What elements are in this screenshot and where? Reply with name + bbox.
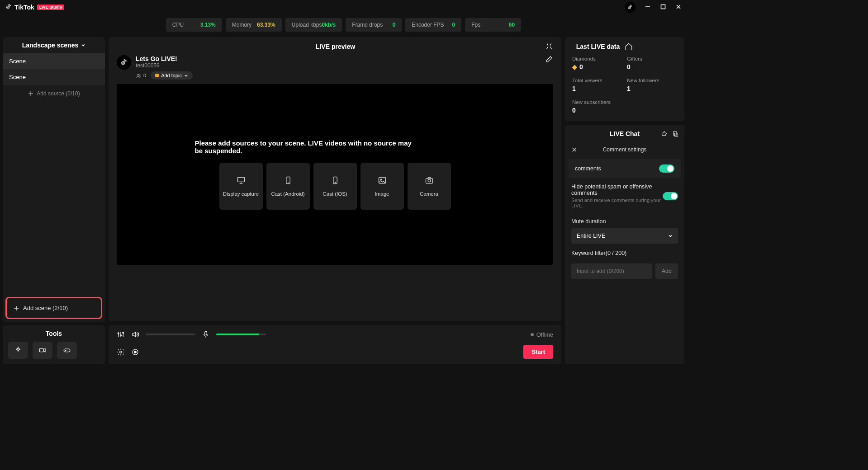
svg-point-32 <box>120 351 122 353</box>
controls-panel: Offline Start <box>109 325 561 364</box>
settings-button[interactable] <box>117 348 125 356</box>
svg-point-22 <box>380 179 382 180</box>
close-icon[interactable]: ✕ <box>571 146 577 154</box>
mic-slider[interactable] <box>216 334 266 335</box>
svg-rect-8 <box>39 348 43 352</box>
center-column: LIVE preview Lets Go LIVE! test00059 0 <box>109 37 561 364</box>
phone-icon <box>284 176 293 185</box>
close-button[interactable] <box>675 4 682 11</box>
mic-button[interactable] <box>202 330 210 338</box>
scenes-dropdown[interactable]: Landscape scenes <box>3 37 105 53</box>
live-studio-badge: LIVE Studio <box>37 5 65 10</box>
minimize-button[interactable] <box>645 4 651 11</box>
chat-panel: LIVE Chat ✕ Comment settings comments Hi… <box>565 125 684 364</box>
add-topic-button[interactable]: Add topic <box>151 71 193 80</box>
spam-toggle[interactable] <box>663 192 678 200</box>
monitor-icon <box>237 176 246 185</box>
svg-rect-31 <box>205 331 207 335</box>
status-indicator: Offline <box>531 331 553 338</box>
stat-fps: Fps60 <box>465 18 521 32</box>
stream-username: test00059 <box>136 62 541 69</box>
add-source-button[interactable]: Add source (0/10) <box>3 85 105 102</box>
svg-point-24 <box>428 179 431 182</box>
tools-panel: Tools <box>3 325 105 364</box>
stat-encoderfps: Encoder FPS0 <box>405 18 461 32</box>
caret-down-icon <box>668 234 673 238</box>
home-icon[interactable] <box>625 42 678 51</box>
toggle-comments-row: comments <box>569 159 681 178</box>
titlebar: TikTok LIVE Studio <box>0 0 687 14</box>
diamond-icon: ◆ <box>572 63 577 70</box>
profile-avatar[interactable] <box>625 2 636 13</box>
mixer-button[interactable] <box>117 330 125 338</box>
stat-framedrops: Frame drops0 <box>346 18 402 32</box>
toggle-spam-row: Hide potential spam or offensive comment… <box>571 180 678 212</box>
pin-icon[interactable] <box>661 131 668 137</box>
record-button[interactable] <box>131 348 139 356</box>
source-image[interactable]: Image <box>360 163 404 210</box>
keyword-input[interactable] <box>571 263 652 279</box>
svg-rect-35 <box>674 132 677 135</box>
sidebar: Landscape scenes Scene Scene Add source … <box>3 37 105 364</box>
comment-settings-header: ✕ Comment settings <box>565 143 684 156</box>
preview-empty-message: Please add sources to your scene. LIVE v… <box>195 139 412 155</box>
stat-diamonds: Diamonds◆0 <box>572 56 622 70</box>
tools-icon[interactable] <box>545 42 553 51</box>
preview-panel: LIVE preview Lets Go LIVE! test00059 0 <box>109 37 561 321</box>
preview-canvas: Please add sources to your scene. LIVE v… <box>117 84 553 265</box>
start-button[interactable]: Start <box>523 345 553 359</box>
svg-rect-9 <box>64 349 70 352</box>
plus-icon <box>28 90 34 97</box>
stats-bar: CPU3.13% Memory63.33% Upload kbps0kb/s F… <box>0 14 687 37</box>
stream-avatar <box>117 55 131 70</box>
tool-camera-button[interactable] <box>33 342 52 359</box>
mute-duration-select[interactable]: Entire LIVE <box>571 228 678 244</box>
svg-rect-1 <box>661 5 665 9</box>
svg-rect-36 <box>675 133 678 136</box>
svg-rect-14 <box>237 177 244 182</box>
gamepad-icon <box>63 346 71 354</box>
preview-title: LIVE preview <box>126 43 545 50</box>
camcorder-icon <box>38 346 47 354</box>
app-name: TikTok <box>14 4 34 11</box>
tiktok-logo-icon <box>5 4 12 11</box>
chat-title: LIVE Chat <box>610 130 640 137</box>
tools-title: Tools <box>8 330 100 337</box>
viewers-badge: 0 <box>136 73 146 79</box>
plus-icon <box>13 305 19 311</box>
source-cast-ios[interactable]: Cast (IOS) <box>313 163 357 210</box>
titlebar-right <box>625 2 682 13</box>
source-display-capture[interactable]: Display capture <box>219 163 263 210</box>
comments-toggle[interactable] <box>659 164 674 173</box>
stat-upload: Upload kbps0kb/s <box>285 18 342 32</box>
scene-item[interactable]: Scene <box>3 53 105 69</box>
add-scene-button[interactable]: Add scene (2/10) <box>5 297 102 319</box>
edit-button[interactable] <box>545 55 553 65</box>
titlebar-left: TikTok LIVE Studio <box>5 4 64 11</box>
svg-point-20 <box>335 182 335 183</box>
tool-game-button[interactable] <box>57 342 77 359</box>
keyword-add-button[interactable]: Add <box>655 263 678 279</box>
live-data-panel: Last LIVE data Diamonds◆0 Gifters0 Total… <box>565 37 684 121</box>
stat-total-viewers: Total viewers1 <box>572 78 622 92</box>
svg-point-13 <box>139 74 140 75</box>
chevron-down-icon <box>81 43 85 47</box>
status-dot-icon <box>531 333 534 336</box>
scene-item[interactable]: Scene <box>3 69 105 85</box>
maximize-button[interactable] <box>660 4 666 11</box>
svg-point-12 <box>137 74 138 75</box>
people-icon <box>136 73 142 79</box>
stat-gifters: Gifters0 <box>627 56 677 70</box>
source-camera[interactable]: Camera <box>408 163 451 210</box>
keyword-filter-label: Keyword filter(0 / 200) <box>565 244 684 260</box>
mute-duration-label: Mute duration <box>565 212 684 228</box>
source-cast-android[interactable]: Cast (Android) <box>266 163 310 210</box>
phone-icon <box>331 176 340 185</box>
stat-cpu: CPU3.13% <box>166 18 222 32</box>
speaker-slider[interactable] <box>146 334 195 335</box>
stat-new-subscribers: New subscribers0 <box>572 99 622 114</box>
speaker-button[interactable] <box>131 330 139 338</box>
scenes-panel: Landscape scenes Scene Scene Add source … <box>3 37 105 322</box>
tool-effects-button[interactable] <box>8 342 28 359</box>
popout-icon[interactable] <box>672 131 679 137</box>
